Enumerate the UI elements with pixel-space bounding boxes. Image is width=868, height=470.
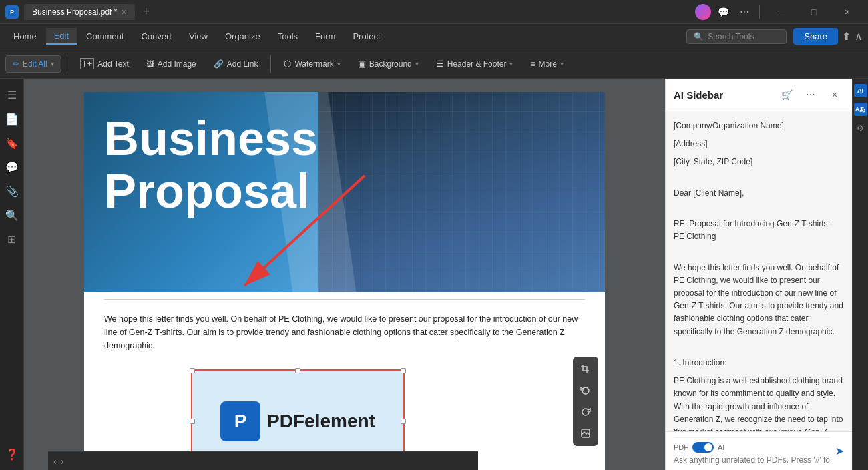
next-page-button[interactable]: › <box>61 456 64 467</box>
pdf-divider <box>104 299 585 300</box>
ai-input-area: PDF AI <box>674 437 830 465</box>
close-button[interactable]: × <box>832 0 863 24</box>
ai-body-para1: We hope this letter finds you well. On b… <box>674 262 844 338</box>
maximize-button[interactable]: □ <box>799 0 829 24</box>
ai-close-button[interactable]: × <box>825 85 844 104</box>
svg-text:P: P <box>10 9 14 15</box>
resize-handle-tl[interactable] <box>190 368 195 373</box>
header-footer-button[interactable]: ☰ Header & Footer ▾ <box>429 55 521 73</box>
pdf-body-text: We hope this letter finds you well. On b… <box>104 312 585 352</box>
search-icon: 🔍 <box>694 32 704 41</box>
pdf-header: Business Proposal <box>84 92 605 292</box>
image-toolbar <box>573 357 598 446</box>
new-tab-button[interactable]: + <box>143 5 150 19</box>
ai-re-line: RE: Proposal for Introducing Gen-Z T-shi… <box>674 218 844 243</box>
add-text-button[interactable]: T+ Add Text <box>73 54 136 73</box>
image-content: P PDFelement <box>220 401 375 441</box>
sidebar-icon-menu[interactable]: ☰ <box>1 84 23 105</box>
ai-intro-body: PE Clothing is a well-established clothi… <box>674 375 844 431</box>
rotate-cw-button[interactable] <box>576 402 596 422</box>
toggle-knob <box>704 443 712 451</box>
sidebar-icon-attachments[interactable]: 📎 <box>1 180 23 202</box>
send-button[interactable]: ➤ <box>835 445 844 457</box>
ai-city: [City, State, ZIP Code] <box>674 156 844 168</box>
more-button[interactable]: ≡ More ▾ <box>523 55 570 73</box>
crop-tool-button[interactable] <box>576 359 596 379</box>
add-link-button[interactable]: 🔗 Add Link <box>206 55 266 73</box>
ai-cart-button[interactable]: 🛒 <box>777 85 796 104</box>
tab-close-button[interactable]: × <box>121 7 126 17</box>
far-right-sidebar: AI Aあ ⚙ <box>852 79 868 470</box>
active-tab[interactable]: Business Proposal.pdf * × <box>24 4 135 20</box>
ai-sidebar-header: AI Sidebar 🛒 ⋯ × <box>666 79 852 111</box>
rotate-ccw-button[interactable] <box>576 381 596 401</box>
ai-company-name: [Company/Organization Name] <box>674 120 844 132</box>
search-placeholder: Search Tools <box>708 32 754 41</box>
ai-right-icon[interactable]: AI <box>854 84 867 97</box>
menu-form[interactable]: Form <box>307 29 343 44</box>
translate-right-icon[interactable]: Aあ <box>854 103 867 116</box>
chevron-up-icon[interactable]: ∧ <box>855 30 863 43</box>
watermark-icon: ⬡ <box>284 59 291 69</box>
watermark-button[interactable]: ⬡ Watermark ▾ <box>276 55 347 73</box>
ai-more-button[interactable]: ⋯ <box>801 85 820 104</box>
sidebar-icon-layers[interactable]: ⊞ <box>1 228 23 250</box>
building-background <box>318 92 605 292</box>
sidebar-icon-bookmarks[interactable]: 🔖 <box>1 132 23 154</box>
more-icon[interactable]: ⋯ <box>735 3 754 21</box>
resize-handle-mr[interactable] <box>401 419 406 424</box>
background-icon: ▣ <box>358 59 366 69</box>
sidebar-icon-help[interactable]: ❓ <box>1 443 23 465</box>
menu-edit[interactable]: Edit <box>46 28 77 45</box>
search-tools[interactable]: 🔍 Search Tools <box>686 29 787 44</box>
title-line1: Business <box>104 112 318 165</box>
add-text-icon: T+ <box>80 58 95 69</box>
resize-handle-tm[interactable] <box>295 368 300 373</box>
menu-protect[interactable]: Protect <box>345 29 388 44</box>
menu-convert[interactable]: Convert <box>133 29 180 44</box>
pdf-ai-toggle[interactable] <box>692 442 714 453</box>
resize-handle-ml[interactable] <box>190 419 195 424</box>
bottom-nav: ‹ › <box>48 451 478 470</box>
ai-label: AI <box>718 443 724 451</box>
link-icon: 🔗 <box>214 59 224 69</box>
menubar: Home Edit Comment Convert View Organize … <box>0 24 868 49</box>
menu-view[interactable]: View <box>181 29 216 44</box>
toolbar: ✏ Edit All ▾ T+ Add Text 🖼 Add Image 🔗 A… <box>0 49 868 79</box>
app-logo: P <box>5 5 19 19</box>
prev-page-button[interactable]: ‹ <box>53 456 57 467</box>
upload-icon[interactable]: ⬆ <box>842 30 851 43</box>
ai-toggle-row: PDF AI <box>674 437 830 453</box>
menu-organize[interactable]: Organize <box>217 29 268 44</box>
resize-handle-tr[interactable] <box>401 368 406 373</box>
title-line2: Proposal <box>104 165 318 218</box>
minimize-button[interactable]: — <box>765 0 796 24</box>
sidebar-icon-pages[interactable]: 📄 <box>1 108 23 130</box>
separator2 <box>270 55 271 73</box>
menu-comment[interactable]: Comment <box>78 29 132 44</box>
tab-title: Business Proposal.pdf * <box>32 7 117 17</box>
pdf-title: Business Proposal <box>104 112 318 218</box>
main-content: ☰ 📄 🔖 💬 📎 🔍 ⊞ ❓ <box>0 79 868 470</box>
pdf-viewer[interactable]: Business Proposal We hope this letter fi… <box>24 79 665 470</box>
ai-address: [Address] <box>674 138 844 150</box>
settings-right-icon[interactable]: ⚙ <box>854 122 867 135</box>
sidebar-icon-comments[interactable]: 💬 <box>1 156 23 178</box>
ai-input-field[interactable] <box>674 455 830 465</box>
ai-title: AI Sidebar <box>674 89 772 101</box>
menu-tools[interactable]: Tools <box>270 29 306 44</box>
share-button[interactable]: Share <box>793 28 838 45</box>
ai-footer: PDF AI ➤ <box>666 431 852 470</box>
left-sidebar: ☰ 📄 🔖 💬 📎 🔍 ⊞ ❓ <box>0 79 24 470</box>
sidebar-icon-search[interactable]: 🔍 <box>1 204 23 226</box>
edit-all-button[interactable]: ✏ Edit All ▾ <box>5 55 61 73</box>
separator <box>759 5 760 19</box>
avatar[interactable] <box>695 4 711 20</box>
menu-home[interactable]: Home <box>5 29 45 44</box>
background-button[interactable]: ▣ Background ▾ <box>351 55 426 73</box>
add-image-button[interactable]: 🖼 Add Image <box>139 55 204 73</box>
ai-intro-heading: 1. Introduction: <box>674 357 844 369</box>
pdf-label: PDF <box>674 443 688 451</box>
replace-image-button[interactable] <box>576 423 596 443</box>
chat-icon[interactable]: 💬 <box>714 3 732 21</box>
